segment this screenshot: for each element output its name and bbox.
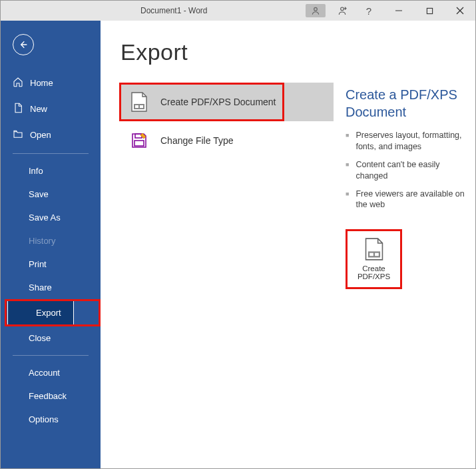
- back-button[interactable]: [13, 34, 34, 55]
- details-panel: Create a PDF/XPS Document Preserves layo…: [346, 39, 465, 468]
- sidebar-label: New: [30, 104, 47, 114]
- new-icon: [13, 103, 23, 115]
- svg-rect-3: [427, 8, 432, 13]
- svg-rect-13: [375, 253, 379, 256]
- sidebar-separator: [13, 153, 89, 154]
- svg-rect-10: [134, 141, 144, 146]
- close-button[interactable]: [445, 1, 475, 21]
- panel-bullets: Preserves layout, formatting, fonts, and…: [346, 130, 465, 211]
- svg-point-1: [341, 7, 344, 11]
- sidebar-item-save[interactable]: Save: [1, 183, 101, 206]
- sidebar-label: Feedback: [29, 391, 67, 401]
- sidebar-label: Save: [29, 189, 49, 199]
- sidebar-item-saveas[interactable]: Save As: [1, 206, 101, 229]
- sidebar-label: History: [29, 236, 55, 246]
- svg-rect-8: [140, 105, 143, 108]
- bullet-item: Preserves layout, formatting, fonts, and…: [346, 130, 465, 153]
- titlebar: Document1 - Word ?: [1, 1, 475, 21]
- sidebar-item-account[interactable]: Account: [1, 361, 101, 384]
- button-label: Create PDF/XPS: [352, 264, 396, 280]
- minimize-button[interactable]: [383, 1, 414, 21]
- sidebar-label: Home: [30, 78, 53, 88]
- sidebar-item-export[interactable]: Export: [1, 299, 101, 326]
- sidebar-label: Close: [29, 333, 51, 343]
- home-icon: [13, 77, 23, 89]
- sidebar-item-history: History: [1, 229, 101, 252]
- sidebar-item-share[interactable]: Share: [1, 276, 101, 299]
- sidebar-label: Share: [29, 282, 52, 292]
- backstage-sidebar: Home New Open Info Save Save As History …: [1, 21, 101, 468]
- sidebar-label: Save As: [29, 213, 61, 223]
- account-icon[interactable]: [304, 1, 328, 21]
- annotation-highlight: Create PDF/XPS: [346, 229, 402, 289]
- sidebar-label: Export: [36, 308, 61, 318]
- option-label: Create PDF/XPS Document: [160, 97, 276, 107]
- content-area: Export Create PDF/XPS Document Change Fi…: [101, 21, 475, 468]
- change-file-type-icon: [130, 131, 148, 150]
- panel-title: Create a PDF/XPS Document: [346, 86, 465, 121]
- sidebar-item-open[interactable]: Open: [1, 122, 101, 148]
- sidebar-item-feedback[interactable]: Feedback: [1, 384, 101, 408]
- open-icon: [13, 129, 23, 141]
- sidebar-separator: [13, 355, 89, 356]
- pdf-document-icon: [130, 93, 148, 111]
- app-window: Document1 - Word ?: [0, 0, 476, 469]
- pdf-document-icon: [364, 238, 384, 260]
- sidebar-label: Info: [29, 166, 43, 176]
- bullet-item: Free viewers are available on the web: [346, 189, 465, 211]
- help-icon[interactable]: ?: [357, 1, 381, 21]
- option-label: Change File Type: [160, 135, 233, 146]
- sidebar-label: Options: [29, 414, 59, 424]
- sidebar-item-home[interactable]: Home: [1, 70, 101, 96]
- sidebar-label: Open: [30, 130, 51, 140]
- bullet-item: Content can't be easily changed: [346, 159, 465, 182]
- sidebar-item-close[interactable]: Close: [1, 326, 101, 350]
- sidebar-item-print[interactable]: Print: [1, 252, 101, 276]
- page-title: Export: [120, 39, 334, 65]
- svg-point-0: [314, 7, 318, 11]
- svg-rect-7: [135, 105, 138, 108]
- sidebar-label: Print: [29, 259, 47, 269]
- svg-rect-12: [369, 253, 373, 256]
- share-icon[interactable]: [330, 1, 354, 21]
- document-title: Document1 - Word: [140, 6, 207, 15]
- sidebar-item-options[interactable]: Options: [1, 408, 101, 431]
- sidebar-item-info[interactable]: Info: [1, 159, 101, 183]
- option-change-file-type[interactable]: Change File Type: [120, 121, 334, 160]
- sidebar-label: Account: [29, 368, 60, 378]
- option-create-pdf-xps[interactable]: Create PDF/XPS Document: [120, 83, 334, 121]
- create-pdf-xps-button[interactable]: Create PDF/XPS: [350, 234, 397, 284]
- maximize-button[interactable]: [414, 1, 445, 21]
- sidebar-item-new[interactable]: New: [1, 96, 101, 122]
